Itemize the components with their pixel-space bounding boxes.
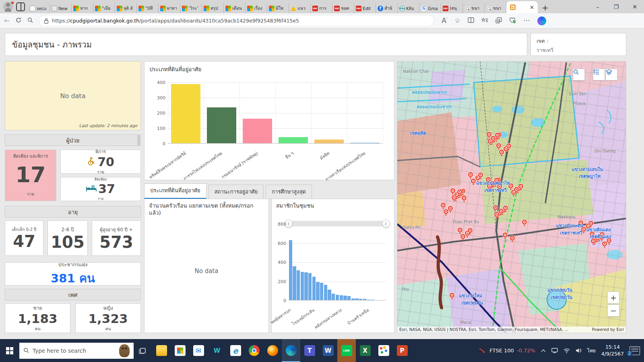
tab-residence-status[interactable]: สถานะการอยู่อาศัย [208, 185, 264, 199]
map-zoom-in-button[interactable]: + [607, 292, 619, 304]
bar[interactable] [171, 84, 200, 144]
taskbar-word-icon[interactable]: W [319, 339, 337, 362]
bar[interactable] [308, 273, 312, 300]
browser-profile-avatar[interactable] [3, 2, 14, 12]
language-indicator[interactable]: ไทย [587, 347, 596, 354]
browser-tab[interactable]: ขนา [485, 3, 506, 13]
collections-icon[interactable] [495, 17, 502, 25]
browser-tab[interactable]: PDFขอด [332, 3, 354, 13]
browser-tab[interactable]: 'วิระ' [180, 3, 202, 13]
section-header-patients[interactable]: ผู้ป่วย [5, 134, 141, 146]
taskbar-edge-icon[interactable] [282, 339, 300, 362]
taskbar-excel-icon[interactable]: X [356, 339, 374, 362]
bar[interactable] [207, 107, 236, 144]
window-close-button[interactable]: ✕ [625, 4, 644, 10]
browser-tab[interactable]: "บัที [137, 3, 159, 13]
browser-tab[interactable]: PDFการ [311, 3, 332, 13]
section-header-gender[interactable]: เพศ [5, 289, 141, 300]
back-icon[interactable]: ← [4, 17, 10, 24]
window-maximize-button[interactable]: ❐ [607, 4, 625, 10]
start-button[interactable] [0, 339, 19, 362]
taskbar-store-icon[interactable] [171, 339, 189, 362]
tab-close-icon[interactable]: ✕ [530, 5, 534, 10]
volume-icon[interactable] [576, 348, 582, 353]
bar[interactable] [332, 294, 335, 300]
bar[interactable] [243, 119, 272, 144]
taskbar-powerpoint-icon[interactable]: P [393, 339, 411, 362]
browser-tab[interactable]: GGma [419, 3, 441, 13]
district-selector[interactable]: เขต : ราชเทวี [530, 33, 626, 56]
map-zoom-out-button[interactable]: − [607, 304, 619, 317]
tab-actions-icon[interactable] [16, 2, 25, 11]
map-layers-button[interactable] [605, 69, 617, 80]
browser-tab[interactable]: New [50, 3, 72, 13]
browser-tab[interactable]: ผ่าทา [159, 3, 180, 13]
browser-tab[interactable]: แนว [289, 3, 311, 13]
tray-expand-icon[interactable] [541, 349, 546, 352]
map-legend-button[interactable] [593, 69, 605, 80]
browser-tab[interactable]: "เมือ [93, 3, 115, 13]
bar[interactable] [324, 285, 327, 300]
taskbar-paint-icon[interactable] [374, 339, 393, 362]
map-canvas[interactable] [397, 62, 626, 333]
taskbar-clock[interactable]: 15:14 4/9/2567 [601, 344, 624, 358]
browser-tab[interactable]: secu [28, 3, 50, 13]
bar[interactable] [320, 283, 323, 300]
window-minimize-button[interactable]: – [588, 4, 607, 10]
favorite-star-icon[interactable]: ☆ [454, 17, 460, 24]
system-tray: FTSE 100 -0.72% ไทย 15:14 4/9/2567 2 [479, 344, 644, 358]
bar[interactable] [297, 270, 300, 300]
bar[interactable] [312, 277, 316, 300]
tab-highest-education[interactable]: การศึกษาสูงสุด [266, 185, 312, 199]
tray-display-icon[interactable] [551, 348, 558, 353]
browser-tab[interactable]: เรื่อง [246, 3, 267, 13]
taskbar-msn-icon[interactable]: W [208, 339, 226, 362]
notification-center-icon[interactable]: 2 [630, 346, 640, 355]
browser-tab[interactable]: PDFEdit [354, 3, 376, 13]
browser-tab[interactable]: ขนา [463, 3, 485, 13]
taskbar-file-explorer-icon[interactable] [152, 339, 171, 362]
browser-essentials-icon[interactable] [509, 17, 516, 25]
taskbar-firefox-icon[interactable] [263, 339, 282, 362]
taskbar-task-view-icon[interactable] [134, 339, 152, 362]
browser-tab[interactable]: สรุป [202, 3, 224, 13]
taskbar-chrome-icon[interactable] [245, 339, 263, 362]
bar[interactable] [316, 282, 319, 300]
browser-tab[interactable]: เตือน [224, 3, 246, 13]
browser-tab[interactable]: มีให [267, 3, 289, 13]
tab-land-type[interactable]: ประเภทที่ดินที่อยู่อาศัย [144, 183, 206, 199]
read-aloud-icon[interactable]: A⁾ [442, 17, 447, 24]
taskbar-search-icon [23, 348, 29, 354]
refresh-icon[interactable] [15, 17, 22, 25]
taskbar-teams-icon[interactable]: T [300, 339, 319, 362]
taskbar-line-icon[interactable]: LINE [337, 339, 356, 362]
favorites-bar-icon[interactable] [481, 17, 488, 25]
bar[interactable] [304, 272, 308, 300]
bar[interactable] [328, 290, 331, 300]
settings-more-icon[interactable]: ··· [523, 17, 530, 24]
bar[interactable] [336, 295, 339, 300]
bar[interactable] [293, 266, 296, 301]
browser-tab[interactable]: จุติ อั [115, 3, 137, 13]
bar[interactable] [279, 137, 308, 144]
split-screen-icon[interactable] [468, 17, 474, 24]
map-widget[interactable]: เขตดุสิตคลองเปรมประชากรคลองเปรมประชากรNa… [397, 61, 626, 333]
browser-tab[interactable]: KRsKRs [398, 3, 419, 13]
browser-tab[interactable]: หาก [72, 3, 93, 13]
bar[interactable] [289, 240, 292, 300]
new-tab-button[interactable]: + [542, 4, 549, 12]
map-search-button[interactable] [573, 69, 585, 80]
search-icon[interactable] [27, 17, 33, 25]
browser-tab-active[interactable]: ✕ [506, 1, 538, 13]
address-bar[interactable]: https://cpudgiportal.bangkok.go.th/porta… [39, 15, 433, 27]
wifi-icon[interactable] [564, 348, 570, 353]
taskbar-mail-icon[interactable]: ✉ [189, 339, 208, 362]
browser-tab[interactable]: PDF(สนุ [441, 3, 463, 13]
browser-tab[interactable]: fสำนั [376, 3, 398, 13]
taskbar-ie-icon[interactable]: e [226, 339, 245, 362]
section-header-age[interactable]: อายุ [5, 206, 141, 218]
bar[interactable] [301, 272, 304, 300]
taskbar-search-input[interactable]: Type here to search [19, 343, 134, 359]
copilot-icon[interactable] [537, 16, 546, 25]
stock-ticker[interactable]: FTSE 100 -0.72% [479, 348, 535, 354]
